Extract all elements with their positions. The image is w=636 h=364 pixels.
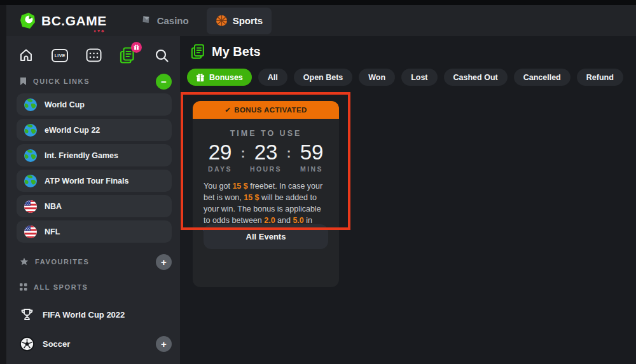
my-bets-icon[interactable] [120, 46, 136, 64]
countdown-mins: 59 MINS [291, 142, 332, 173]
bc-game-logo[interactable]: BC.GAME ♦♥♣ [19, 12, 107, 29]
all-sports-title: ALL SPORTS [34, 283, 88, 291]
sidebar-item-label: NFL [45, 227, 60, 236]
filter-label: Cashed Out [453, 73, 498, 82]
sidebar-item-label: Int. Friendly Games [45, 151, 118, 160]
sidebar-item-label: ATP World Tour Finals [45, 177, 128, 185]
filter-label: Won [368, 73, 385, 82]
favourites-title: FAVOURITES [35, 258, 89, 266]
nav-casino-label: Casino [157, 15, 189, 26]
globe-icon [24, 123, 38, 137]
sidebar-item-soccer[interactable]: Soccer + [20, 332, 172, 355]
brand-name: BC.GAME [41, 13, 107, 29]
soccer-expand-button[interactable]: + [156, 336, 172, 352]
check-icon: ✔ [225, 105, 231, 114]
filter-label: Open Bets [303, 73, 343, 82]
my-bets-icon [191, 44, 205, 60]
page-title: My Bets [212, 44, 261, 59]
bonus-activated-banner: ✔ BONUS ACTIVATED [193, 101, 339, 119]
filter-all[interactable]: All [258, 69, 287, 86]
filter-label: Bonuses [209, 73, 243, 82]
soccer-ball-icon [20, 337, 34, 351]
bonus-amount: 15 $ [244, 193, 259, 202]
countdown-days-value: 29 [200, 142, 240, 164]
us-flag-icon [24, 199, 38, 213]
bonus-amount: 15 $ [232, 182, 247, 191]
us-flag-icon [24, 225, 38, 239]
sport-label: FIFA World Cup 2022 [43, 310, 125, 320]
sidebar-item-int-friendly-games[interactable]: Int. Friendly Games [17, 144, 172, 166]
sidebar-item-atp-world-tour-finals[interactable]: ATP World Tour Finals [17, 170, 172, 192]
filter-cashed-out[interactable]: Cashed Out [444, 69, 508, 86]
sidebar-item-nfl[interactable]: NFL [17, 220, 172, 243]
quick-links-title: QUICK LINKS [33, 78, 90, 85]
window-left-edge [0, 5, 6, 364]
home-icon[interactable] [18, 46, 34, 64]
main-content: My Bets Bonuses All Open Bets Won Lost C… [180, 36, 636, 364]
countdown-hours-label: HOURS [245, 165, 286, 173]
sidebar-icon-row: LIVE [18, 46, 170, 65]
sidebar-item-world-cup[interactable]: World Cup [17, 93, 172, 116]
sidebar-item-label: NBA [45, 202, 62, 211]
bet-filter-tabs: Bonuses All Open Bets Won Lost Cashed Ou… [187, 69, 623, 86]
countdown-mins-label: MINS [291, 165, 332, 173]
filter-cancelled[interactable]: Cancelled [514, 69, 570, 86]
odds-min: 2.0 [264, 216, 275, 225]
basketball-icon [216, 15, 228, 27]
filter-label: Refund [586, 73, 614, 82]
all-sports-header[interactable]: ALL SPORTS [20, 278, 172, 297]
bc-game-logo-icon [19, 12, 36, 29]
countdown-days: 29 DAYS [200, 142, 240, 173]
grid-icon [20, 283, 27, 291]
countdown-days-label: DAYS [200, 165, 240, 173]
calendar-icon[interactable] [86, 46, 102, 64]
trophy-icon [20, 307, 34, 322]
filter-open-bets[interactable]: Open Bets [294, 69, 353, 86]
sidebar-item-eworld-cup-22[interactable]: eWorld Cup 22 [17, 119, 172, 141]
gift-icon [196, 73, 205, 82]
quick-links-collapse-button[interactable]: − [156, 74, 172, 90]
nav-casino[interactable]: Casino [131, 8, 198, 34]
live-events-icon[interactable]: LIVE [52, 46, 68, 64]
odds-max: 5.0 [293, 216, 303, 225]
nav-sports-label: Sports [233, 15, 263, 26]
sport-label: Soccer [43, 339, 70, 349]
sidebar-item-nba[interactable]: NBA [17, 195, 172, 217]
favourites-header: FAVOURITES + [20, 252, 172, 271]
globe-icon [24, 149, 38, 163]
favourites-add-button[interactable]: + [156, 254, 172, 270]
countdown-mins-value: 59 [291, 142, 332, 164]
filter-won[interactable]: Won [359, 69, 395, 86]
quick-links-list: World Cup eWorld Cup 22 Int. Friendly Ga… [17, 93, 172, 246]
top-header: BC.GAME ♦♥♣ Casino Sports [6, 5, 636, 36]
sidebar-item-label: eWorld Cup 22 [45, 126, 100, 135]
diamond-icon [140, 15, 152, 27]
time-to-use-label: TIME TO USE [193, 129, 339, 138]
sidebar-item-label: World Cup [45, 100, 85, 109]
quick-links-header: QUICK LINKS − [20, 72, 172, 90]
countdown-hours-value: 23 [245, 142, 286, 164]
bonus-activated-label: BONUS ACTIVATED [234, 106, 307, 114]
live-badge-label: LIVE [52, 49, 68, 62]
top-navigation: Casino Sports [131, 5, 272, 36]
filter-label: Lost [411, 73, 427, 82]
filter-refund[interactable]: Refund [577, 69, 623, 86]
filter-lost[interactable]: Lost [401, 69, 437, 86]
bookmark-icon [20, 77, 27, 86]
nav-sports[interactable]: Sports [207, 8, 272, 34]
star-icon [20, 257, 29, 266]
all-events-button[interactable]: All Events [204, 224, 328, 249]
filter-label: All [268, 73, 278, 82]
countdown-separator: : [286, 146, 291, 161]
sidebar-item-fifa-world-cup-2022[interactable]: FIFA World Cup 2022 [20, 303, 172, 326]
filter-bonuses[interactable]: Bonuses [187, 69, 252, 86]
bonus-countdown: 29 DAYS : 23 HOURS : 59 MINS [193, 142, 339, 173]
globe-icon [24, 98, 38, 112]
countdown-hours: 23 HOURS [245, 142, 286, 173]
sidebar: LIVE [6, 36, 180, 364]
countdown-separator: : [240, 146, 245, 161]
globe-icon [24, 174, 38, 188]
search-icon[interactable] [153, 46, 170, 64]
bonus-badge [131, 42, 142, 53]
page-title-row: My Bets [191, 44, 261, 60]
